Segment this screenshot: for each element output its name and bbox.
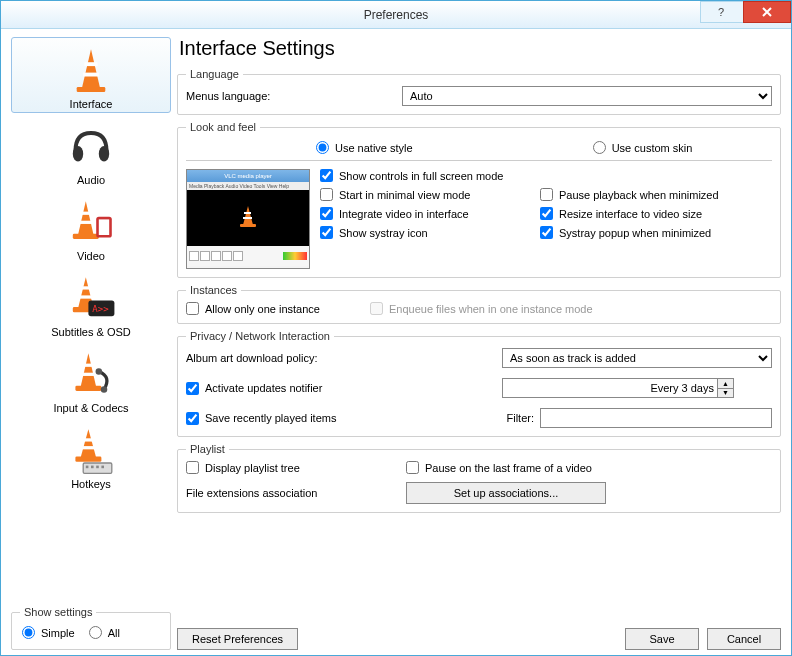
svg-point-20 xyxy=(101,386,108,393)
svg-rect-11 xyxy=(79,286,91,289)
custom-skin-radio[interactable]: Use custom skin xyxy=(593,141,693,154)
reset-preferences-button[interactable]: Reset Preferences xyxy=(177,628,298,650)
svg-rect-12 xyxy=(78,295,92,298)
lookfeel-group: Look and feel Use native style Use custo… xyxy=(177,121,781,278)
svg-rect-18 xyxy=(75,386,101,391)
sidebar-item-subtitles[interactable]: A>> Subtitles & OSD xyxy=(11,265,171,341)
svg-rect-6 xyxy=(79,212,91,215)
svg-rect-10 xyxy=(99,219,109,235)
svg-rect-16 xyxy=(82,364,94,367)
help-button[interactable]: ? xyxy=(700,1,744,23)
svg-rect-1 xyxy=(85,62,98,66)
setup-associations-button[interactable]: Set up associations... xyxy=(406,482,606,504)
window-title: Preferences xyxy=(1,8,791,22)
svg-rect-21 xyxy=(82,438,94,441)
integrate-video-checkbox[interactable]: Integrate video in interface xyxy=(320,207,520,220)
updates-interval-spinner[interactable]: ▲▼ xyxy=(502,378,772,398)
svg-rect-8 xyxy=(73,234,99,239)
svg-rect-29 xyxy=(244,212,251,214)
svg-rect-27 xyxy=(96,466,99,469)
playlist-group: Playlist Display playlist tree Pause on … xyxy=(177,443,781,513)
svg-point-4 xyxy=(73,146,83,162)
menus-language-select[interactable]: Auto xyxy=(402,86,772,106)
privacy-legend: Privacy / Network Interaction xyxy=(186,330,334,342)
display-tree-checkbox[interactable]: Display playlist tree xyxy=(186,461,396,474)
footer: Reset Preferences Save Cancel xyxy=(177,624,781,650)
titlebar: Preferences ? xyxy=(1,1,791,29)
instances-group: Instances Allow only one instance Enqueu… xyxy=(177,284,781,324)
sidebar-item-label: Interface xyxy=(70,98,113,110)
svg-rect-30 xyxy=(243,217,252,219)
album-art-label: Album art download policy: xyxy=(186,352,486,364)
sidebar-item-hotkeys[interactable]: Hotkeys xyxy=(11,417,171,493)
systray-popup-checkbox[interactable]: Systray popup when minimized xyxy=(540,226,772,239)
svg-text:A>>: A>> xyxy=(92,304,109,314)
svg-rect-7 xyxy=(78,221,92,224)
cancel-button[interactable]: Cancel xyxy=(707,628,781,650)
show-settings-all[interactable]: All xyxy=(89,626,120,639)
headphones-icon xyxy=(65,120,117,172)
lookfeel-legend: Look and feel xyxy=(186,121,260,133)
show-systray-checkbox[interactable]: Show systray icon xyxy=(320,226,520,239)
spin-down-icon[interactable]: ▼ xyxy=(718,389,733,398)
sidebar: Interface Audio Video A>> Subtitles & OS… xyxy=(11,37,171,650)
sidebar-item-label: Audio xyxy=(77,174,105,186)
instances-legend: Instances xyxy=(186,284,241,296)
sidebar-item-interface[interactable]: Interface xyxy=(11,37,171,113)
close-button[interactable] xyxy=(743,1,791,23)
updates-notifier-checkbox[interactable]: Activate updates notifier xyxy=(186,382,486,395)
sidebar-item-label: Subtitles & OSD xyxy=(51,326,130,338)
privacy-group: Privacy / Network Interaction Album art … xyxy=(177,330,781,437)
enqueue-files-checkbox: Enqueue files when in one instance mode xyxy=(370,302,593,315)
cone-osd-icon: A>> xyxy=(65,272,117,324)
show-settings-legend: Show settings xyxy=(20,606,96,618)
svg-rect-28 xyxy=(101,466,104,469)
svg-rect-26 xyxy=(91,466,94,469)
svg-rect-17 xyxy=(81,373,95,376)
cone-cable-icon xyxy=(65,348,117,400)
show-controls-checkbox[interactable]: Show controls in full screen mode xyxy=(320,169,772,182)
cone-keyboard-icon xyxy=(65,424,117,476)
svg-rect-31 xyxy=(240,224,256,227)
language-legend: Language xyxy=(186,68,243,80)
album-art-select[interactable]: As soon as track is added xyxy=(502,348,772,368)
pause-minimized-checkbox[interactable]: Pause playback when minimized xyxy=(540,188,772,201)
svg-rect-22 xyxy=(81,446,95,449)
native-style-radio[interactable]: Use native style xyxy=(316,141,413,154)
pause-last-frame-checkbox[interactable]: Pause on the last frame of a video xyxy=(406,461,772,474)
menus-language-label: Menus language: xyxy=(186,90,396,102)
svg-text:?: ? xyxy=(718,6,724,18)
spin-up-icon[interactable]: ▲ xyxy=(718,379,733,389)
sidebar-item-input-codecs[interactable]: Input & Codecs xyxy=(11,341,171,417)
sidebar-item-label: Input & Codecs xyxy=(53,402,128,414)
svg-rect-24 xyxy=(83,463,112,473)
save-recent-checkbox[interactable]: Save recently played items xyxy=(186,412,486,425)
main-panel: Interface Settings Language Menus langua… xyxy=(177,37,781,650)
interface-preview: VLC media player Media Playback Audio Vi… xyxy=(186,169,310,269)
resize-interface-checkbox[interactable]: Resize interface to video size xyxy=(540,207,772,220)
sidebar-item-label: Hotkeys xyxy=(71,478,111,490)
playlist-legend: Playlist xyxy=(186,443,229,455)
language-group: Language Menus language: Auto xyxy=(177,68,781,115)
filter-label: Filter: xyxy=(507,412,535,424)
svg-rect-23 xyxy=(75,457,101,462)
allow-one-instance-checkbox[interactable]: Allow only one instance xyxy=(186,302,320,315)
sidebar-item-audio[interactable]: Audio xyxy=(11,113,171,189)
filter-input[interactable] xyxy=(540,408,772,428)
sidebar-item-video[interactable]: Video xyxy=(11,189,171,265)
svg-point-19 xyxy=(96,368,103,375)
updates-interval-input[interactable] xyxy=(502,378,718,398)
svg-rect-25 xyxy=(86,466,89,469)
svg-rect-3 xyxy=(77,87,106,92)
show-settings-simple[interactable]: Simple xyxy=(22,626,75,639)
cone-icon xyxy=(65,44,117,96)
show-settings-group: Show settings Simple All xyxy=(11,606,171,650)
save-button[interactable]: Save xyxy=(625,628,699,650)
page-title: Interface Settings xyxy=(179,37,781,60)
svg-point-5 xyxy=(99,146,109,162)
start-minimal-checkbox[interactable]: Start in minimal view mode xyxy=(320,188,520,201)
sidebar-item-label: Video xyxy=(77,250,105,262)
file-ext-label: File extensions association xyxy=(186,487,396,499)
svg-rect-2 xyxy=(83,73,99,77)
cone-film-icon xyxy=(65,196,117,248)
